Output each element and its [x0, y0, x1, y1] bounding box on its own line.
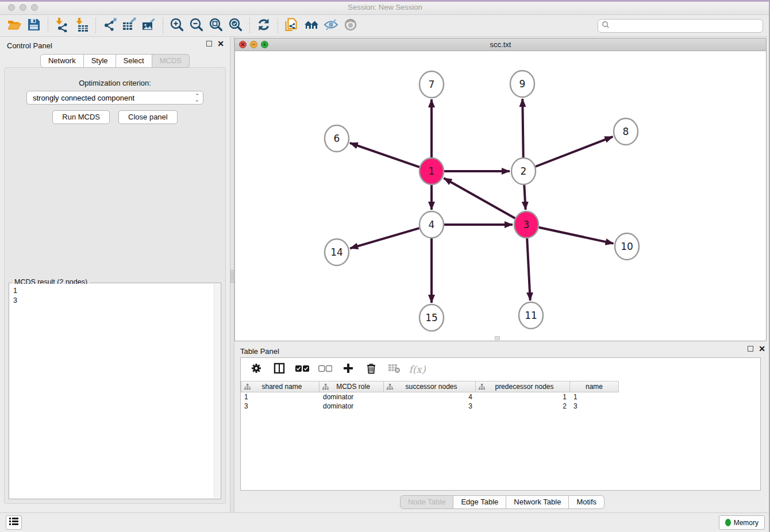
mcds-result-area[interactable]: 1 3	[10, 284, 220, 498]
hide-graphics-details-button[interactable]	[321, 17, 341, 35]
graph-node-2[interactable]: 2	[511, 158, 536, 184]
graph-node-9[interactable]: 9	[510, 71, 534, 97]
table-panel: Table Panel ✕	[234, 342, 770, 511]
close-network-button[interactable]: ✕	[239, 41, 247, 48]
zoom-selected-button[interactable]	[226, 17, 245, 35]
search-icon	[602, 21, 610, 31]
graph-node-4[interactable]: 4	[419, 211, 444, 238]
deselect-all-icon	[318, 364, 332, 375]
table-cell[interactable]: 1	[570, 392, 619, 402]
graph-node-7[interactable]: 7	[419, 71, 444, 98]
result-scrollbar[interactable]	[214, 284, 220, 498]
column-header-MCDS-role[interactable]: MCDS role	[319, 381, 384, 392]
graph-node-10[interactable]: 10	[615, 233, 639, 260]
graph-node-3[interactable]: 3	[514, 211, 538, 238]
close-table-panel-icon[interactable]: ✕	[759, 346, 765, 352]
tab-edge-table[interactable]: Edge Table	[453, 495, 506, 509]
column-header-name[interactable]: name	[570, 381, 619, 392]
task-history-button[interactable]	[6, 515, 22, 530]
graph-edge-3-10[interactable]	[539, 228, 614, 244]
float-table-panel-icon[interactable]	[748, 346, 753, 352]
graph-node-1[interactable]: 1	[419, 158, 444, 184]
graph-edge-2-3[interactable]	[524, 185, 525, 210]
run-mcds-button[interactable]: Run MCDS	[52, 110, 110, 124]
column-header-shared-name[interactable]: shared name	[241, 381, 319, 392]
table-row[interactable]: 1dominator411	[241, 392, 760, 402]
export-image-button[interactable]	[139, 17, 159, 35]
tab-style[interactable]: Style	[84, 54, 116, 68]
toolbar-separator	[278, 18, 278, 34]
tab-network-table[interactable]: Network Table	[506, 495, 569, 509]
graph-node-14[interactable]: 14	[325, 239, 349, 265]
export-table-button[interactable]	[120, 17, 139, 35]
table-cell[interactable]: 1	[241, 392, 319, 402]
tab-mcds[interactable]: MCDS	[152, 54, 190, 68]
save-session-button[interactable]	[24, 17, 44, 35]
search-input[interactable]	[612, 22, 759, 30]
table-cell[interactable]: 3	[241, 402, 319, 411]
create-column-button[interactable]	[341, 362, 356, 377]
table-cell[interactable]: 1	[476, 392, 570, 402]
tab-node-table[interactable]: Node Table	[400, 495, 454, 509]
table-cell[interactable]: 3	[384, 402, 476, 411]
export-network-button[interactable]	[100, 17, 120, 35]
zoom-in-button[interactable]	[167, 17, 187, 35]
vertical-splitter[interactable]	[230, 37, 234, 512]
minimize-network-button[interactable]: −	[250, 41, 257, 48]
network-window-titlebar[interactable]: ✕ − + scc.txt	[235, 38, 766, 51]
graph-node-15[interactable]: 15	[419, 304, 444, 331]
float-panel-icon[interactable]	[206, 41, 212, 47]
export-image-icon	[141, 17, 156, 34]
graph-node-label: 14	[330, 246, 343, 258]
close-panel-icon[interactable]: ✕	[217, 41, 224, 47]
table-settings-button[interactable]	[249, 362, 264, 377]
graph-edge-3-11[interactable]	[527, 238, 530, 300]
toggle-column-panel-button[interactable]	[272, 362, 287, 377]
column-header-successor-nodes[interactable]: successor nodes	[384, 381, 476, 392]
graph-node-8[interactable]: 8	[614, 118, 638, 145]
show-graphics-details-button[interactable]	[341, 17, 360, 35]
tab-network[interactable]: Network	[40, 54, 84, 68]
graph-edge-2-8[interactable]	[536, 137, 613, 167]
network-window-title: scc.txt	[235, 38, 766, 51]
canvas-splitter-grip[interactable]	[495, 336, 500, 340]
table-panel-tabs: Node TableEdge TableNetwork TableMotifs	[234, 495, 770, 509]
search-field[interactable]	[598, 19, 763, 33]
optimization-criterion-select[interactable]: strongly connected component ⌃⌃	[26, 91, 203, 105]
import-network-button[interactable]	[52, 17, 72, 35]
close-panel-button[interactable]: Close panel	[118, 110, 178, 124]
refresh-icon	[256, 17, 271, 34]
table-cell[interactable]: 2	[476, 402, 570, 411]
network-canvas[interactable]: 7968124314101511	[235, 51, 766, 341]
graph-node-6[interactable]: 6	[325, 125, 349, 152]
tab-select[interactable]: Select	[116, 54, 152, 68]
zoom-out-button[interactable]	[187, 17, 206, 35]
eye-slash-icon	[324, 17, 338, 34]
open-session-button[interactable]	[5, 17, 24, 35]
graph-edge-3-1[interactable]	[444, 178, 515, 218]
graph-edge-1-6[interactable]	[350, 143, 419, 167]
graph-node-label: 2	[521, 165, 527, 177]
table-cell[interactable]: dominator	[319, 402, 384, 411]
table-cell[interactable]: dominator	[319, 392, 384, 402]
import-table-button[interactable]	[72, 17, 91, 35]
select-all-columns-button[interactable]	[295, 362, 310, 377]
zoom-fit-button[interactable]	[206, 17, 226, 35]
graph-edge-2-9[interactable]	[522, 99, 523, 157]
network-from-file-button[interactable]	[282, 17, 302, 35]
show-networks-button[interactable]	[302, 17, 321, 35]
apply-layout-button[interactable]	[254, 17, 274, 35]
graph-edge-4-14[interactable]	[350, 228, 419, 248]
delete-column-button[interactable]	[364, 362, 379, 377]
column-header-predecessor-nodes[interactable]: predecessor nodes	[476, 381, 570, 392]
memory-button[interactable]: Memory	[719, 515, 765, 530]
maximize-network-button[interactable]: +	[261, 41, 268, 48]
zoom-in-icon	[170, 17, 184, 34]
splitter-grip[interactable]	[230, 270, 234, 283]
table-cell[interactable]: 3	[570, 402, 619, 411]
table-cell[interactable]: 4	[384, 392, 476, 402]
tab-motifs[interactable]: Motifs	[569, 495, 605, 509]
table-row[interactable]: 3dominator323	[241, 402, 760, 411]
graph-node-11[interactable]: 11	[519, 302, 543, 329]
deselect-all-columns-button[interactable]	[318, 362, 333, 377]
